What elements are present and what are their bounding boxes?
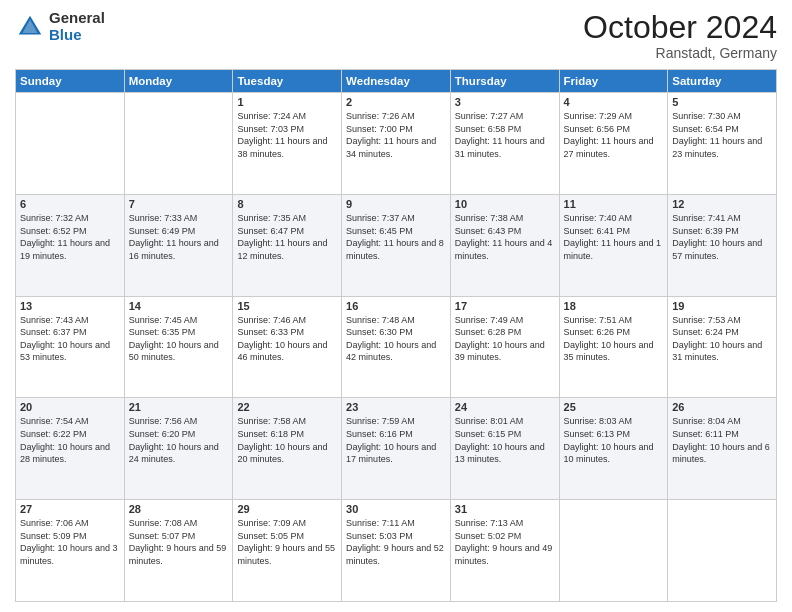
day-number: 26 [672, 401, 772, 413]
day-number: 30 [346, 503, 446, 515]
calendar-cell: 8Sunrise: 7:35 AM Sunset: 6:47 PM Daylig… [233, 194, 342, 296]
day-info: Sunrise: 7:13 AM Sunset: 5:02 PM Dayligh… [455, 517, 555, 567]
day-info: Sunrise: 7:29 AM Sunset: 6:56 PM Dayligh… [564, 110, 664, 160]
calendar-cell: 24Sunrise: 8:01 AM Sunset: 6:15 PM Dayli… [450, 398, 559, 500]
calendar-title: October 2024 [583, 10, 777, 45]
day-info: Sunrise: 7:27 AM Sunset: 6:58 PM Dayligh… [455, 110, 555, 160]
day-info: Sunrise: 7:41 AM Sunset: 6:39 PM Dayligh… [672, 212, 772, 262]
day-info: Sunrise: 7:53 AM Sunset: 6:24 PM Dayligh… [672, 314, 772, 364]
day-info: Sunrise: 7:26 AM Sunset: 7:00 PM Dayligh… [346, 110, 446, 160]
day-number: 23 [346, 401, 446, 413]
calendar-cell: 16Sunrise: 7:48 AM Sunset: 6:30 PM Dayli… [342, 296, 451, 398]
calendar-cell: 15Sunrise: 7:46 AM Sunset: 6:33 PM Dayli… [233, 296, 342, 398]
calendar-cell: 14Sunrise: 7:45 AM Sunset: 6:35 PM Dayli… [124, 296, 233, 398]
week-row-4: 27Sunrise: 7:06 AM Sunset: 5:09 PM Dayli… [16, 500, 777, 602]
day-info: Sunrise: 8:04 AM Sunset: 6:11 PM Dayligh… [672, 415, 772, 465]
day-info: Sunrise: 7:58 AM Sunset: 6:18 PM Dayligh… [237, 415, 337, 465]
day-info: Sunrise: 7:24 AM Sunset: 7:03 PM Dayligh… [237, 110, 337, 160]
day-number: 31 [455, 503, 555, 515]
day-info: Sunrise: 7:11 AM Sunset: 5:03 PM Dayligh… [346, 517, 446, 567]
calendar-cell: 18Sunrise: 7:51 AM Sunset: 6:26 PM Dayli… [559, 296, 668, 398]
calendar-cell: 11Sunrise: 7:40 AM Sunset: 6:41 PM Dayli… [559, 194, 668, 296]
calendar-cell: 7Sunrise: 7:33 AM Sunset: 6:49 PM Daylig… [124, 194, 233, 296]
calendar-cell: 27Sunrise: 7:06 AM Sunset: 5:09 PM Dayli… [16, 500, 125, 602]
day-info: Sunrise: 7:32 AM Sunset: 6:52 PM Dayligh… [20, 212, 120, 262]
day-number: 10 [455, 198, 555, 210]
day-number: 4 [564, 96, 664, 108]
day-header-sunday: Sunday [16, 70, 125, 93]
calendar-table: SundayMondayTuesdayWednesdayThursdayFrid… [15, 69, 777, 602]
calendar-cell: 25Sunrise: 8:03 AM Sunset: 6:13 PM Dayli… [559, 398, 668, 500]
day-info: Sunrise: 7:33 AM Sunset: 6:49 PM Dayligh… [129, 212, 229, 262]
day-number: 8 [237, 198, 337, 210]
header-row: SundayMondayTuesdayWednesdayThursdayFrid… [16, 70, 777, 93]
calendar-cell [124, 93, 233, 195]
day-info: Sunrise: 7:09 AM Sunset: 5:05 PM Dayligh… [237, 517, 337, 567]
day-info: Sunrise: 7:08 AM Sunset: 5:07 PM Dayligh… [129, 517, 229, 567]
calendar-cell: 10Sunrise: 7:38 AM Sunset: 6:43 PM Dayli… [450, 194, 559, 296]
logo-text: General Blue [49, 10, 105, 43]
calendar-cell: 20Sunrise: 7:54 AM Sunset: 6:22 PM Dayli… [16, 398, 125, 500]
calendar-cell: 12Sunrise: 7:41 AM Sunset: 6:39 PM Dayli… [668, 194, 777, 296]
calendar-cell: 3Sunrise: 7:27 AM Sunset: 6:58 PM Daylig… [450, 93, 559, 195]
day-info: Sunrise: 7:43 AM Sunset: 6:37 PM Dayligh… [20, 314, 120, 364]
day-number: 12 [672, 198, 772, 210]
calendar-cell: 17Sunrise: 7:49 AM Sunset: 6:28 PM Dayli… [450, 296, 559, 398]
calendar-cell [16, 93, 125, 195]
day-number: 15 [237, 300, 337, 312]
calendar-cell: 13Sunrise: 7:43 AM Sunset: 6:37 PM Dayli… [16, 296, 125, 398]
week-row-1: 6Sunrise: 7:32 AM Sunset: 6:52 PM Daylig… [16, 194, 777, 296]
day-header-tuesday: Tuesday [233, 70, 342, 93]
week-row-3: 20Sunrise: 7:54 AM Sunset: 6:22 PM Dayli… [16, 398, 777, 500]
day-number: 13 [20, 300, 120, 312]
day-number: 1 [237, 96, 337, 108]
calendar-cell: 5Sunrise: 7:30 AM Sunset: 6:54 PM Daylig… [668, 93, 777, 195]
calendar-cell: 9Sunrise: 7:37 AM Sunset: 6:45 PM Daylig… [342, 194, 451, 296]
day-info: Sunrise: 7:30 AM Sunset: 6:54 PM Dayligh… [672, 110, 772, 160]
day-header-wednesday: Wednesday [342, 70, 451, 93]
day-number: 7 [129, 198, 229, 210]
calendar-cell: 22Sunrise: 7:58 AM Sunset: 6:18 PM Dayli… [233, 398, 342, 500]
day-number: 27 [20, 503, 120, 515]
day-number: 11 [564, 198, 664, 210]
day-info: Sunrise: 7:48 AM Sunset: 6:30 PM Dayligh… [346, 314, 446, 364]
day-info: Sunrise: 8:01 AM Sunset: 6:15 PM Dayligh… [455, 415, 555, 465]
logo-general-text: General [49, 10, 105, 27]
calendar-cell: 1Sunrise: 7:24 AM Sunset: 7:03 PM Daylig… [233, 93, 342, 195]
logo-icon [15, 12, 45, 42]
calendar-cell: 4Sunrise: 7:29 AM Sunset: 6:56 PM Daylig… [559, 93, 668, 195]
calendar-cell: 2Sunrise: 7:26 AM Sunset: 7:00 PM Daylig… [342, 93, 451, 195]
day-header-thursday: Thursday [450, 70, 559, 93]
day-number: 28 [129, 503, 229, 515]
day-info: Sunrise: 7:35 AM Sunset: 6:47 PM Dayligh… [237, 212, 337, 262]
day-number: 22 [237, 401, 337, 413]
day-header-friday: Friday [559, 70, 668, 93]
day-number: 19 [672, 300, 772, 312]
day-number: 6 [20, 198, 120, 210]
day-info: Sunrise: 7:59 AM Sunset: 6:16 PM Dayligh… [346, 415, 446, 465]
title-block: October 2024 Ranstadt, Germany [583, 10, 777, 61]
calendar-cell: 6Sunrise: 7:32 AM Sunset: 6:52 PM Daylig… [16, 194, 125, 296]
day-info: Sunrise: 7:46 AM Sunset: 6:33 PM Dayligh… [237, 314, 337, 364]
day-number: 9 [346, 198, 446, 210]
day-info: Sunrise: 7:54 AM Sunset: 6:22 PM Dayligh… [20, 415, 120, 465]
day-number: 20 [20, 401, 120, 413]
logo-blue-text: Blue [49, 27, 105, 44]
day-number: 3 [455, 96, 555, 108]
header: General Blue October 2024 Ranstadt, Germ… [15, 10, 777, 61]
calendar-cell: 30Sunrise: 7:11 AM Sunset: 5:03 PM Dayli… [342, 500, 451, 602]
day-info: Sunrise: 8:03 AM Sunset: 6:13 PM Dayligh… [564, 415, 664, 465]
calendar-cell: 29Sunrise: 7:09 AM Sunset: 5:05 PM Dayli… [233, 500, 342, 602]
day-info: Sunrise: 7:56 AM Sunset: 6:20 PM Dayligh… [129, 415, 229, 465]
day-info: Sunrise: 7:51 AM Sunset: 6:26 PM Dayligh… [564, 314, 664, 364]
day-info: Sunrise: 7:37 AM Sunset: 6:45 PM Dayligh… [346, 212, 446, 262]
day-header-monday: Monday [124, 70, 233, 93]
day-number: 29 [237, 503, 337, 515]
day-number: 17 [455, 300, 555, 312]
page: General Blue October 2024 Ranstadt, Germ… [0, 0, 792, 612]
day-info: Sunrise: 7:38 AM Sunset: 6:43 PM Dayligh… [455, 212, 555, 262]
day-header-saturday: Saturday [668, 70, 777, 93]
day-number: 25 [564, 401, 664, 413]
logo: General Blue [15, 10, 105, 43]
calendar-cell: 31Sunrise: 7:13 AM Sunset: 5:02 PM Dayli… [450, 500, 559, 602]
